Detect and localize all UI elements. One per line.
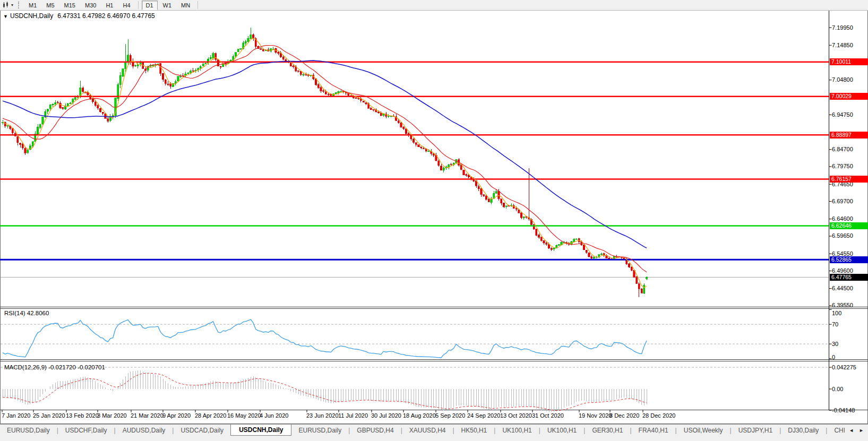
toolbar-separator: [138, 1, 139, 9]
chart-canvas[interactable]: [0, 0, 868, 441]
chart-tab-xauusd-h4[interactable]: XAUUSD,H4: [402, 425, 453, 436]
date-axis-label: 11 Jul 2020: [338, 412, 368, 419]
chart-tab-usoil-weekly[interactable]: USOil,Weekly: [677, 425, 730, 436]
chart-tabs: EURUSD,Daily|USDCHF,Daily|AUDUSD,Daily|U…: [0, 425, 845, 436]
level-price-tag: 6.76157: [830, 176, 868, 183]
candlestick-chart-icon: [3, 2, 10, 8]
timeframe-button-H1[interactable]: H1: [101, 1, 117, 10]
price-axis-label: 6.44500: [832, 285, 853, 292]
tab-bar: EURUSD,Daily|USDCHF,Daily|AUDUSD,Daily|U…: [0, 424, 868, 441]
date-axis-label: 4 Jun 2020: [260, 412, 288, 419]
date-axis-label: 24 Sep 2020: [467, 412, 500, 419]
date-axis-label: 31 Oct 2020: [532, 412, 564, 419]
level-price-tag: 7.10011: [830, 58, 868, 65]
tab-scroll-right-icon[interactable]: ►: [859, 428, 864, 433]
date-axis-label: 19 Nov 2020: [579, 412, 612, 419]
price-axis-label: 7.04800: [832, 76, 853, 83]
date-axis-label: 23 Jun 2020: [306, 412, 339, 419]
date-axis-label: 7 Jan 2020: [2, 412, 30, 419]
toolbar: ▾ M1M5M15M30H1H4D1W1MN: [0, 0, 868, 11]
tab-scroll-left-icon[interactable]: ◄: [849, 428, 854, 433]
chart-tab-uk100-h1[interactable]: UK100,H1: [540, 425, 583, 436]
date-axis-label: 30 Jul 2020: [371, 412, 401, 419]
macd-axis-label: -0.04148: [832, 407, 855, 414]
level-price-tag: 6.88897: [830, 132, 868, 139]
price-axis-label: 6.79750: [832, 163, 853, 170]
macd-indicator-label: MACD(12,26,9) -0.021720 -0.020701: [4, 364, 105, 370]
toolbar-separator: [197, 1, 198, 9]
macd-axis-label: 0.00: [832, 386, 843, 393]
date-axis-label: 21 Mar 2020: [131, 412, 164, 419]
price-axis-label: 6.39550: [832, 302, 853, 309]
timeframe-button-MN[interactable]: MN: [177, 1, 194, 10]
chart-ohlc-values: 6.47331 6.47982 6.46970 6.47765: [57, 12, 155, 20]
tab-scroll-arrows: ◄ ►: [845, 425, 868, 436]
price-axis-label: 7.19950: [832, 24, 853, 31]
rsi-indicator-label: RSI(14) 42.8060: [4, 310, 49, 316]
rsi-axis-label: 0: [832, 354, 835, 361]
timeframe-buttons: M1M5M15M30H1H4D1W1MN: [24, 0, 201, 10]
level-price-tag: 7.00029: [830, 93, 868, 100]
collapse-triangle-icon[interactable]: ▼: [3, 14, 8, 19]
chart-tab-fra40-h1[interactable]: FRA40,H1: [632, 425, 675, 436]
timeframe-button-W1[interactable]: W1: [159, 1, 176, 10]
price-axis-label: 6.94750: [832, 111, 853, 118]
chart-symbol-label: USDCNH,Daily: [10, 12, 53, 20]
chart-tab-china300-h1[interactable]: CHINA300,H1: [827, 425, 845, 436]
date-axis-label: 13 Feb 2020: [66, 412, 99, 419]
chart-title: ▼USDCNH,Daily6.47331 6.47982 6.46970 6.4…: [3, 12, 155, 20]
price-axis-label: 7.14850: [832, 42, 853, 49]
chart-type-dropdown-caret-icon[interactable]: ▾: [11, 1, 13, 10]
date-axis-label: 25 Jan 2020: [33, 412, 65, 419]
date-axis-label: 18 Aug 2020: [403, 412, 436, 419]
chart-type-button[interactable]: ▾: [0, 1, 16, 10]
chart-tab-usdchf-daily[interactable]: USDCHF,Daily: [58, 425, 114, 436]
rsi-axis-label: 70: [832, 321, 838, 328]
level-price-tag: 6.62646: [830, 222, 868, 229]
chart-tab-dj30-daily[interactable]: DJ30,Daily: [781, 425, 826, 436]
date-axis-label: 9 Apr 2020: [162, 412, 191, 419]
chart-tab-usdcad-daily[interactable]: USDCAD,Daily: [174, 425, 230, 436]
date-axis-label: 13 Oct 2020: [500, 412, 532, 419]
date-axis-label: 3 Mar 2020: [97, 412, 127, 419]
current-price-tag: 6.47765: [830, 274, 868, 281]
date-axis-label: 16 May 2020: [227, 412, 261, 419]
chart-tab-eurusd-daily[interactable]: EURUSD,Daily: [0, 425, 57, 436]
timeframe-button-M5[interactable]: M5: [42, 1, 58, 10]
date-axis-label: 8 Dec 2020: [609, 412, 639, 419]
toolbar-grip[interactable]: [18, 2, 21, 8]
chart-tab-uk100-h1[interactable]: UK100,H1: [495, 425, 538, 436]
chart-tab-audusd-daily[interactable]: AUDUSD,Daily: [116, 425, 173, 436]
chart-tab-gbpusd-h4[interactable]: GBPUSD,H4: [350, 425, 400, 436]
date-axis-label: 5 Sep 2020: [435, 412, 465, 419]
timeframe-button-M30[interactable]: M30: [81, 1, 100, 10]
timeframe-button-M1[interactable]: M1: [24, 1, 41, 10]
timeframe-button-D1[interactable]: D1: [142, 1, 158, 10]
price-axis-label: 6.84700: [832, 146, 853, 153]
level-price-tag: 6.52865: [830, 256, 868, 263]
chart-tab-eurusd-daily[interactable]: EURUSD,Daily: [291, 425, 348, 436]
rsi-axis-label: 100: [832, 310, 841, 317]
macd-axis-label: 0.042275: [832, 364, 856, 371]
rsi-axis-label: 30: [832, 341, 838, 348]
chart-tab-usdcnh-daily[interactable]: USDCNH,Daily: [230, 425, 291, 436]
date-axis-label: 28 Apr 2020: [195, 412, 226, 419]
date-axis-label: 28 Dec 2020: [642, 412, 675, 419]
timeframe-button-H4[interactable]: H4: [118, 1, 134, 10]
chart-tab-usdjpy-h1[interactable]: USDJPY,H1: [732, 425, 779, 436]
timeframe-button-M15[interactable]: M15: [60, 1, 80, 10]
price-axis-label: 6.59650: [832, 232, 853, 239]
price-axis-label: 6.69700: [832, 198, 853, 205]
chart-tab-hk50-h1[interactable]: HK50,H1: [454, 425, 494, 436]
price-axis-label: 6.64600: [832, 215, 853, 222]
chart-tab-ger30-h1[interactable]: GER30,H1: [585, 425, 630, 436]
